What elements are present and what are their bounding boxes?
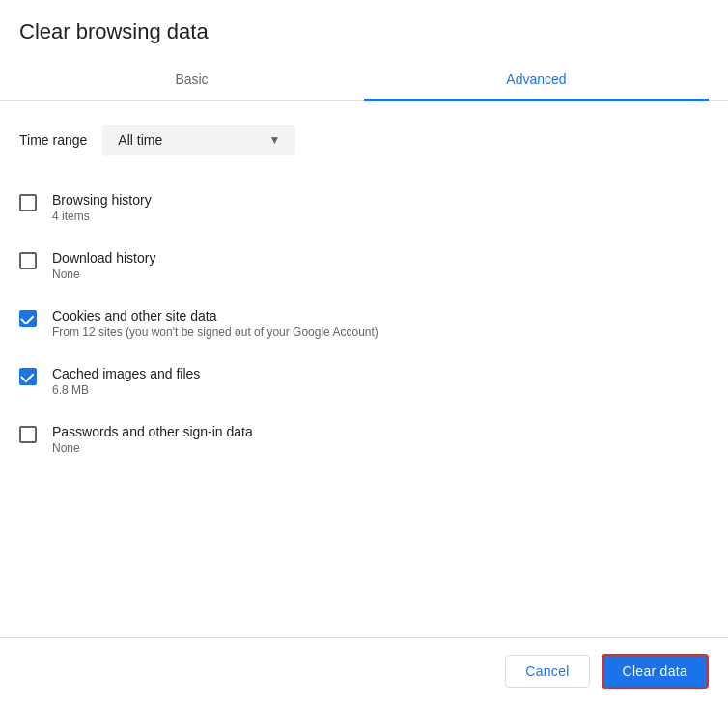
checkbox-cookies[interactable] — [19, 310, 37, 327]
time-range-label: Time range — [19, 132, 87, 148]
list-item: Browsing history4 items — [19, 179, 709, 237]
time-range-row: Time range All time ▼ — [19, 125, 709, 155]
time-range-select[interactable]: All time ▼ — [102, 125, 295, 155]
list-item: Cached images and files6.8 MB — [19, 352, 709, 410]
list-item: Cookies and other site dataFrom 12 sites… — [19, 295, 709, 352]
item-subtitle: 6.8 MB — [52, 383, 200, 397]
checkbox-box-passwords[interactable] — [19, 426, 37, 443]
cancel-button[interactable]: Cancel — [505, 655, 589, 688]
tab-content: Time range All time ▼ Browsing history4 … — [0, 101, 728, 637]
dropdown-arrow-icon: ▼ — [268, 133, 280, 147]
list-item: Download historyNone — [19, 237, 709, 295]
tab-bar: Basic Advanced — [0, 60, 728, 101]
checkbox-box-cookies[interactable] — [19, 310, 37, 327]
item-title: Browsing history — [52, 192, 152, 208]
time-range-value: All time — [118, 132, 162, 148]
item-subtitle: None — [52, 441, 253, 455]
clear-browsing-data-dialog: Clear browsing data Basic Advanced Time … — [0, 0, 728, 704]
item-subtitle: From 12 sites (you won't be signed out o… — [52, 325, 378, 339]
checkbox-box-browsing-history[interactable] — [19, 194, 37, 211]
clear-data-button[interactable]: Clear data — [602, 654, 709, 689]
item-title: Download history — [52, 250, 155, 266]
checkbox-box-cached-images[interactable] — [19, 368, 37, 385]
checkbox-list: Browsing history4 itemsDownload historyN… — [19, 179, 709, 468]
item-title: Cached images and files — [52, 366, 200, 381]
dialog-title: Clear browsing data — [0, 19, 728, 60]
item-title: Cookies and other site data — [52, 308, 378, 324]
item-subtitle: 4 items — [52, 210, 152, 223]
checkbox-download-history[interactable] — [19, 252, 37, 269]
checkbox-browsing-history[interactable] — [19, 194, 37, 211]
footer: Cancel Clear data — [0, 637, 728, 704]
item-title: Passwords and other sign-in data — [52, 424, 253, 439]
checkbox-passwords[interactable] — [19, 426, 37, 443]
tab-basic[interactable]: Basic — [19, 60, 364, 101]
item-subtitle: None — [52, 268, 155, 281]
tab-advanced[interactable]: Advanced — [364, 60, 709, 101]
checkbox-box-download-history[interactable] — [19, 252, 37, 269]
list-item: Passwords and other sign-in dataNone — [19, 410, 709, 468]
checkbox-cached-images[interactable] — [19, 368, 37, 385]
